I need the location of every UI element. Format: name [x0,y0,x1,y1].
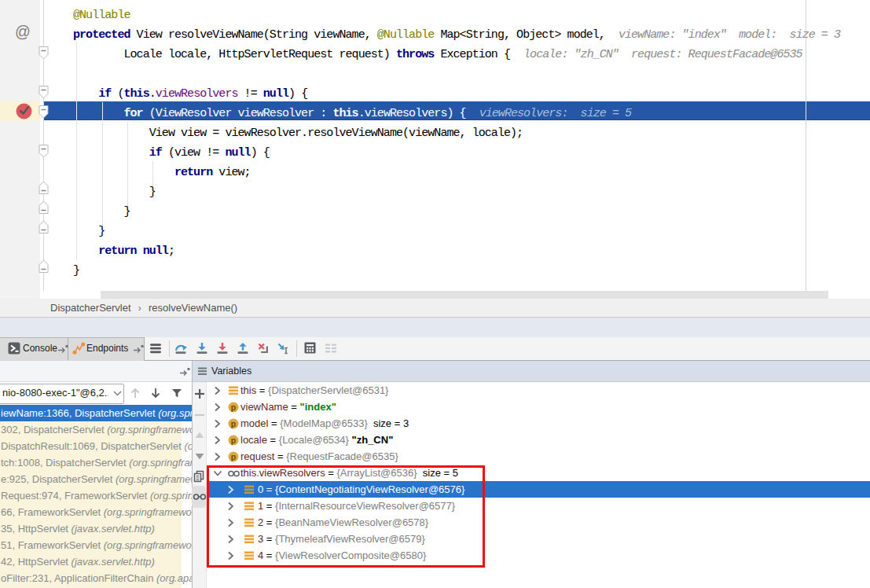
svg-text:p: p [231,402,236,412]
svg-text:p: p [231,419,236,428]
svg-text:p: p [231,452,236,461]
svg-text:p: p [231,435,236,445]
